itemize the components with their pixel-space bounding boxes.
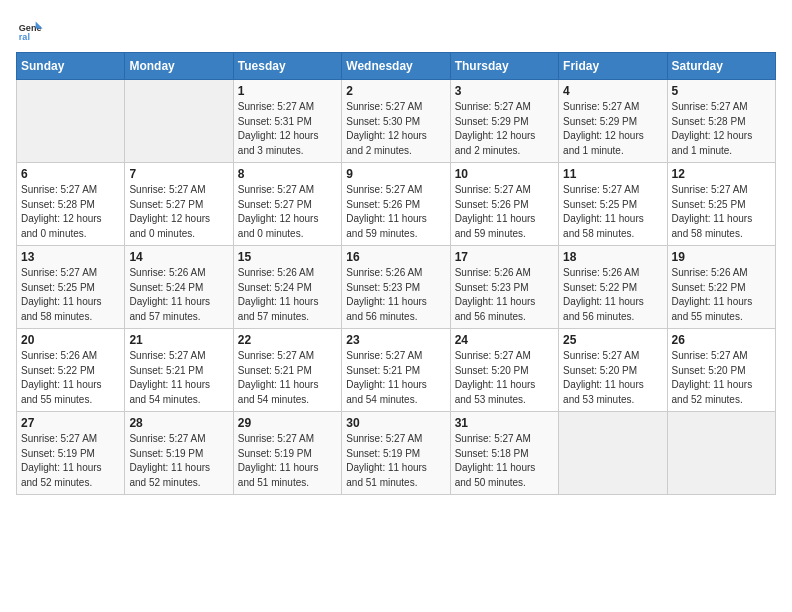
- calendar-cell: 14Sunrise: 5:26 AM Sunset: 5:24 PM Dayli…: [125, 246, 233, 329]
- day-info: Sunrise: 5:27 AM Sunset: 5:29 PM Dayligh…: [455, 100, 554, 158]
- day-number: 8: [238, 167, 337, 181]
- day-number: 12: [672, 167, 771, 181]
- calendar-cell: 3Sunrise: 5:27 AM Sunset: 5:29 PM Daylig…: [450, 80, 558, 163]
- calendar-cell: [559, 412, 667, 495]
- day-number: 21: [129, 333, 228, 347]
- calendar-cell: 25Sunrise: 5:27 AM Sunset: 5:20 PM Dayli…: [559, 329, 667, 412]
- day-info: Sunrise: 5:27 AM Sunset: 5:26 PM Dayligh…: [455, 183, 554, 241]
- day-info: Sunrise: 5:27 AM Sunset: 5:19 PM Dayligh…: [129, 432, 228, 490]
- header-wednesday: Wednesday: [342, 53, 450, 80]
- calendar-cell: 2Sunrise: 5:27 AM Sunset: 5:30 PM Daylig…: [342, 80, 450, 163]
- page-header: Gene ral: [16, 16, 776, 44]
- header-monday: Monday: [125, 53, 233, 80]
- calendar-cell: 13Sunrise: 5:27 AM Sunset: 5:25 PM Dayli…: [17, 246, 125, 329]
- day-info: Sunrise: 5:27 AM Sunset: 5:25 PM Dayligh…: [672, 183, 771, 241]
- calendar-cell: 12Sunrise: 5:27 AM Sunset: 5:25 PM Dayli…: [667, 163, 775, 246]
- calendar-header-row: SundayMondayTuesdayWednesdayThursdayFrid…: [17, 53, 776, 80]
- calendar-cell: 1Sunrise: 5:27 AM Sunset: 5:31 PM Daylig…: [233, 80, 341, 163]
- calendar-cell: 7Sunrise: 5:27 AM Sunset: 5:27 PM Daylig…: [125, 163, 233, 246]
- calendar-cell: 30Sunrise: 5:27 AM Sunset: 5:19 PM Dayli…: [342, 412, 450, 495]
- calendar-cell: 5Sunrise: 5:27 AM Sunset: 5:28 PM Daylig…: [667, 80, 775, 163]
- day-info: Sunrise: 5:27 AM Sunset: 5:26 PM Dayligh…: [346, 183, 445, 241]
- day-info: Sunrise: 5:27 AM Sunset: 5:25 PM Dayligh…: [563, 183, 662, 241]
- day-info: Sunrise: 5:27 AM Sunset: 5:20 PM Dayligh…: [672, 349, 771, 407]
- svg-text:ral: ral: [19, 32, 30, 42]
- day-number: 30: [346, 416, 445, 430]
- calendar-table: SundayMondayTuesdayWednesdayThursdayFrid…: [16, 52, 776, 495]
- day-number: 31: [455, 416, 554, 430]
- day-number: 15: [238, 250, 337, 264]
- calendar-cell: 8Sunrise: 5:27 AM Sunset: 5:27 PM Daylig…: [233, 163, 341, 246]
- day-number: 1: [238, 84, 337, 98]
- header-tuesday: Tuesday: [233, 53, 341, 80]
- calendar-cell: 4Sunrise: 5:27 AM Sunset: 5:29 PM Daylig…: [559, 80, 667, 163]
- day-number: 7: [129, 167, 228, 181]
- calendar-cell: [17, 80, 125, 163]
- day-info: Sunrise: 5:27 AM Sunset: 5:21 PM Dayligh…: [129, 349, 228, 407]
- day-number: 2: [346, 84, 445, 98]
- calendar-cell: 28Sunrise: 5:27 AM Sunset: 5:19 PM Dayli…: [125, 412, 233, 495]
- calendar-cell: 9Sunrise: 5:27 AM Sunset: 5:26 PM Daylig…: [342, 163, 450, 246]
- day-number: 25: [563, 333, 662, 347]
- header-saturday: Saturday: [667, 53, 775, 80]
- header-friday: Friday: [559, 53, 667, 80]
- calendar-cell: 24Sunrise: 5:27 AM Sunset: 5:20 PM Dayli…: [450, 329, 558, 412]
- day-info: Sunrise: 5:27 AM Sunset: 5:18 PM Dayligh…: [455, 432, 554, 490]
- header-thursday: Thursday: [450, 53, 558, 80]
- day-number: 13: [21, 250, 120, 264]
- day-number: 18: [563, 250, 662, 264]
- day-info: Sunrise: 5:27 AM Sunset: 5:20 PM Dayligh…: [455, 349, 554, 407]
- calendar-cell: 27Sunrise: 5:27 AM Sunset: 5:19 PM Dayli…: [17, 412, 125, 495]
- header-sunday: Sunday: [17, 53, 125, 80]
- day-number: 14: [129, 250, 228, 264]
- day-number: 22: [238, 333, 337, 347]
- day-info: Sunrise: 5:27 AM Sunset: 5:31 PM Dayligh…: [238, 100, 337, 158]
- day-info: Sunrise: 5:27 AM Sunset: 5:21 PM Dayligh…: [346, 349, 445, 407]
- day-info: Sunrise: 5:27 AM Sunset: 5:21 PM Dayligh…: [238, 349, 337, 407]
- calendar-cell: [667, 412, 775, 495]
- day-info: Sunrise: 5:26 AM Sunset: 5:22 PM Dayligh…: [21, 349, 120, 407]
- calendar-cell: 10Sunrise: 5:27 AM Sunset: 5:26 PM Dayli…: [450, 163, 558, 246]
- day-info: Sunrise: 5:26 AM Sunset: 5:24 PM Dayligh…: [238, 266, 337, 324]
- calendar-cell: 15Sunrise: 5:26 AM Sunset: 5:24 PM Dayli…: [233, 246, 341, 329]
- day-info: Sunrise: 5:27 AM Sunset: 5:19 PM Dayligh…: [346, 432, 445, 490]
- calendar-week-4: 20Sunrise: 5:26 AM Sunset: 5:22 PM Dayli…: [17, 329, 776, 412]
- day-number: 23: [346, 333, 445, 347]
- day-info: Sunrise: 5:27 AM Sunset: 5:28 PM Dayligh…: [672, 100, 771, 158]
- calendar-cell: 20Sunrise: 5:26 AM Sunset: 5:22 PM Dayli…: [17, 329, 125, 412]
- calendar-cell: [125, 80, 233, 163]
- day-number: 19: [672, 250, 771, 264]
- day-info: Sunrise: 5:26 AM Sunset: 5:22 PM Dayligh…: [672, 266, 771, 324]
- calendar-cell: 17Sunrise: 5:26 AM Sunset: 5:23 PM Dayli…: [450, 246, 558, 329]
- calendar-week-2: 6Sunrise: 5:27 AM Sunset: 5:28 PM Daylig…: [17, 163, 776, 246]
- calendar-week-1: 1Sunrise: 5:27 AM Sunset: 5:31 PM Daylig…: [17, 80, 776, 163]
- day-number: 17: [455, 250, 554, 264]
- calendar-cell: 31Sunrise: 5:27 AM Sunset: 5:18 PM Dayli…: [450, 412, 558, 495]
- day-info: Sunrise: 5:27 AM Sunset: 5:19 PM Dayligh…: [238, 432, 337, 490]
- day-number: 16: [346, 250, 445, 264]
- day-number: 27: [21, 416, 120, 430]
- calendar-cell: 21Sunrise: 5:27 AM Sunset: 5:21 PM Dayli…: [125, 329, 233, 412]
- day-info: Sunrise: 5:26 AM Sunset: 5:22 PM Dayligh…: [563, 266, 662, 324]
- day-info: Sunrise: 5:27 AM Sunset: 5:29 PM Dayligh…: [563, 100, 662, 158]
- day-number: 28: [129, 416, 228, 430]
- day-info: Sunrise: 5:26 AM Sunset: 5:23 PM Dayligh…: [455, 266, 554, 324]
- day-number: 20: [21, 333, 120, 347]
- calendar-cell: 19Sunrise: 5:26 AM Sunset: 5:22 PM Dayli…: [667, 246, 775, 329]
- calendar-cell: 6Sunrise: 5:27 AM Sunset: 5:28 PM Daylig…: [17, 163, 125, 246]
- calendar-cell: 29Sunrise: 5:27 AM Sunset: 5:19 PM Dayli…: [233, 412, 341, 495]
- day-number: 29: [238, 416, 337, 430]
- day-number: 10: [455, 167, 554, 181]
- day-number: 26: [672, 333, 771, 347]
- day-info: Sunrise: 5:27 AM Sunset: 5:25 PM Dayligh…: [21, 266, 120, 324]
- day-number: 11: [563, 167, 662, 181]
- day-info: Sunrise: 5:27 AM Sunset: 5:30 PM Dayligh…: [346, 100, 445, 158]
- day-number: 24: [455, 333, 554, 347]
- logo-icon: Gene ral: [16, 16, 44, 44]
- day-number: 9: [346, 167, 445, 181]
- day-info: Sunrise: 5:27 AM Sunset: 5:19 PM Dayligh…: [21, 432, 120, 490]
- logo: Gene ral: [16, 16, 48, 44]
- calendar-cell: 18Sunrise: 5:26 AM Sunset: 5:22 PM Dayli…: [559, 246, 667, 329]
- calendar-cell: 23Sunrise: 5:27 AM Sunset: 5:21 PM Dayli…: [342, 329, 450, 412]
- day-info: Sunrise: 5:27 AM Sunset: 5:28 PM Dayligh…: [21, 183, 120, 241]
